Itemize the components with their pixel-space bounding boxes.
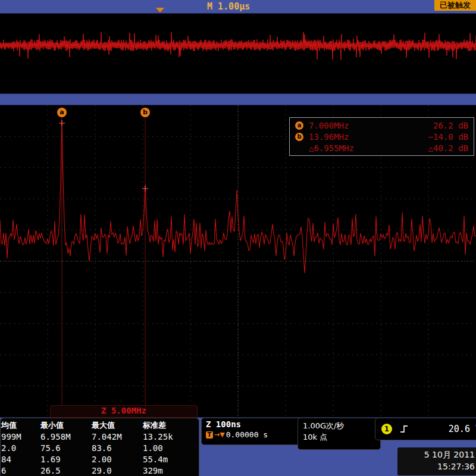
fft-spectrum-window: a b a 7.000MHz 26.2 dB b 13.96MHz −14.0 … [0, 105, 476, 418]
cursor-a-badge: a [295, 121, 303, 130]
col-header-stddev: 标准差 [143, 420, 196, 431]
table-row: 84 1.69 2.00 55.4m [1, 453, 199, 465]
cursor-a-row: a 7.000MHz 26.2 dB [290, 120, 474, 131]
cursor-readout-box: a 7.000MHz 26.2 dB b 13.96MHz −14.0 dB △… [289, 117, 474, 156]
zoom-timebase-readout: Z 100ns [206, 419, 297, 429]
trigger-status-badge: 已被触发 [434, 0, 476, 11]
measurement-table: 均值 最小值 最大值 标准差 999M 6.958M 7.042M 13.25k… [0, 418, 199, 476]
record-length-readout: 10k 点 [303, 431, 375, 443]
cursor-b-row: b 13.96MHz −14.0 dB [290, 131, 474, 142]
datetime-box: 5 10月 2011 15:27:36 [397, 447, 476, 475]
table-cell: 1.00 [143, 443, 196, 453]
table-header-row: 均值 最小值 最大值 标准差 [1, 419, 199, 431]
trigger-arrow-icon: →▼ [214, 431, 225, 439]
channel-1-badge: 1 [381, 424, 392, 434]
table-cell: 83.6 [92, 443, 143, 453]
table-cell: 6 [1, 466, 40, 475]
cursor-a-frequency: 7.000MHz [309, 121, 379, 130]
table-cell: 6.958M [40, 432, 92, 441]
time-domain-trace [0, 32, 476, 60]
trigger-position-marker-icon[interactable] [156, 8, 164, 12]
col-header-mean: 均值 [1, 420, 40, 431]
table-cell: 29.0 [92, 466, 143, 475]
time-domain-window [0, 13, 476, 94]
table-cell: 999M [1, 432, 40, 441]
col-header-min: 最小值 [40, 420, 92, 431]
table-cell: 13.25k [143, 432, 196, 441]
oscilloscope-screen: M 1.00µs 已被触发 a b a 7.000MHz 26.2 dB b 1… [0, 0, 476, 476]
col-header-max: 最大值 [92, 420, 143, 431]
cursor-a-level: 26.2 dB [433, 121, 468, 130]
table-cell: 26.5 [40, 466, 92, 475]
table-row: 6 26.5 29.0 329m [1, 465, 199, 476]
fft-scale-label: Z 5.00MHz [50, 405, 198, 418]
table-cell: 75.6 [40, 443, 92, 453]
table-row: 999M 6.958M 7.042M 13.25k [1, 431, 199, 442]
timebase-readout: M 1.00µs [207, 1, 250, 12]
time-readout: 15:27:36 [397, 461, 475, 472]
cursor-b-level: −14.0 dB [428, 132, 468, 142]
cursor-delta-row: △6.955MHz △40.2 dB [290, 142, 474, 154]
cursor-b-frequency: 13.96MHz [309, 132, 379, 142]
table-cell: 7.042M [92, 432, 143, 441]
cursor-b-marker[interactable]: b [140, 108, 150, 117]
trigger-level-readout: 20.6 V [449, 424, 476, 434]
table-row: 2.0 75.6 83.6 1.00 [1, 442, 199, 453]
trigger-ref-icon: T [206, 431, 213, 439]
date-readout: 5 10月 2011 [397, 449, 475, 461]
cursor-b-badge: b [295, 133, 303, 141]
horizontal-settings-box: Z 100ns T →▼ 0.00000 s [201, 418, 302, 445]
trigger-settings-box: 1 20.6 V [375, 418, 476, 440]
trigger-position-readout: 0.00000 s [226, 430, 268, 439]
cursor-a-marker[interactable]: a [57, 108, 67, 117]
table-cell: 2.0 [1, 443, 40, 453]
trigger-position-row: T →▼ 0.00000 s [206, 430, 297, 439]
sample-rate-readout: 1.00G次/秒 [303, 420, 375, 431]
acquisition-box: 1.00G次/秒 10k 点 [298, 418, 381, 450]
cursor-delta-frequency: △6.955MHz [309, 143, 379, 153]
table-cell: 1.69 [40, 455, 92, 464]
time-domain-plot [0, 14, 476, 93]
table-cell: 329m [143, 466, 196, 475]
cursor-delta-level: △40.2 dB [428, 143, 468, 153]
rising-edge-icon [399, 424, 409, 434]
table-cell: 55.4m [143, 455, 196, 464]
table-cell: 84 [1, 455, 40, 464]
table-cell: 2.00 [92, 455, 143, 464]
